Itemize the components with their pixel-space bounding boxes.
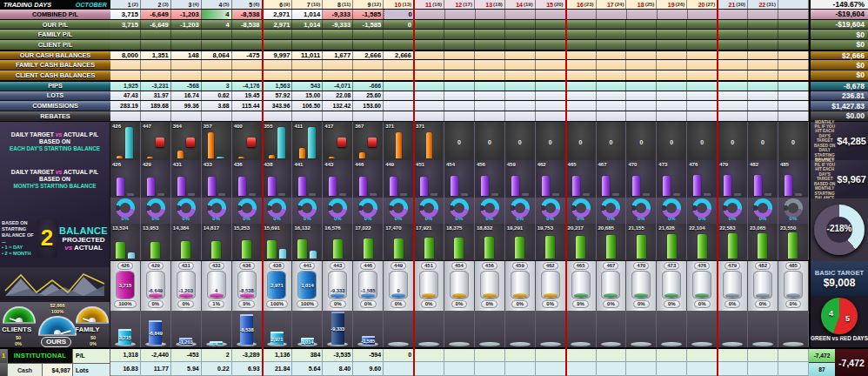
our_cash-cell[interactable]: 9,997 [263,51,293,60]
institutional-pl-cell[interactable] [597,349,627,362]
commissions-cell[interactable]: 153.60 [353,101,384,111]
pips-cell[interactable] [475,82,505,91]
family_cash-cell[interactable] [263,60,293,70]
our_cash-cell[interactable] [657,51,687,60]
lots-cell[interactable] [718,91,748,101]
lots-cell[interactable] [657,91,687,101]
client_cash-cell[interactable] [323,70,353,80]
rebates-cell[interactable] [778,111,809,121]
institutional-lots-cell[interactable] [748,362,778,376]
institutional-lots-cell[interactable] [536,362,566,376]
pips-cell[interactable] [748,82,778,91]
pips-cell[interactable]: -4,071 [323,82,353,91]
client-cell[interactable] [475,40,505,50]
our_cash-cell[interactable] [444,51,475,60]
client_cash-cell[interactable] [687,70,718,80]
combined-cell[interactable]: 0 [384,10,415,19]
our_cash-cell[interactable] [597,51,627,60]
family_cash-cell[interactable] [718,60,748,70]
rebates-cell[interactable] [232,111,263,121]
pips-cell[interactable]: -666 [353,82,384,91]
family_cash-cell[interactable] [232,60,263,70]
day-header-cell[interactable]: 6(9) [263,0,293,9]
client-cell[interactable] [536,40,566,50]
rebates-cell[interactable] [657,111,687,121]
client-cell[interactable] [444,40,475,50]
rebates-cell[interactable] [475,111,505,121]
family-cell[interactable] [292,30,323,39]
family_cash-cell[interactable] [566,60,597,70]
client_cash-cell[interactable] [292,70,323,80]
client_cash-cell[interactable] [536,70,566,80]
family-cell[interactable] [566,30,597,39]
day-header-cell[interactable]: 14(19) [505,0,536,9]
our_cash-cell[interactable]: 1,677 [323,51,353,60]
institutional-lots-cell[interactable] [718,362,748,376]
combined-cell[interactable] [415,10,445,19]
day-header-cell[interactable]: 4(5) [202,0,232,9]
client_cash-cell[interactable] [171,70,202,80]
rebates-cell[interactable] [687,111,718,121]
our-cell[interactable] [687,20,718,30]
lots-cell[interactable] [566,91,597,101]
family-cell[interactable] [657,30,687,39]
family_cash-cell[interactable] [536,60,566,70]
commissions-cell[interactable]: 115.44 [232,101,263,111]
family_cash-cell[interactable] [444,60,475,70]
our-cell[interactable]: -6,649 [141,20,171,30]
pips-cell[interactable] [597,82,627,91]
institutional-pl-cell[interactable] [778,349,809,362]
combined-cell[interactable]: -1,203 [171,10,202,19]
lots-cell[interactable]: 47.43 [110,91,141,101]
commissions-cell[interactable] [444,101,475,111]
our-cell[interactable]: -1,585 [353,20,384,30]
commissions-cell[interactable] [687,101,718,111]
family-cell[interactable] [626,30,657,39]
rebates-cell[interactable] [536,111,566,121]
combined-cell[interactable] [597,10,627,19]
institutional-pl-cell[interactable]: 0 [384,349,414,362]
our-cell[interactable]: 2,971 [263,20,293,30]
lots-cell[interactable]: 31.97 [141,91,171,101]
day-header-cell[interactable]: 15(20) [536,0,566,9]
combined-cell[interactable]: -9,333 [323,10,353,19]
commissions-cell[interactable] [536,101,566,111]
client_cash-cell[interactable] [566,70,597,80]
day-header-cell[interactable]: 12(17) [444,0,475,9]
client-cell[interactable] [384,40,414,50]
family-cell[interactable] [414,30,444,39]
family_cash-cell[interactable] [292,60,323,70]
our_cash-cell[interactable]: 148 [171,51,202,60]
pips-cell[interactable] [444,82,475,91]
day-header-cell[interactable]: 16(23) [566,0,597,9]
institutional-pl-cell[interactable] [566,349,597,362]
day-header-cell[interactable]: 20(27) [687,0,718,9]
combined-cell[interactable] [536,10,566,19]
our-cell[interactable]: -1,203 [171,20,202,30]
family-cell[interactable] [748,30,778,39]
our-cell[interactable]: 1,014 [292,20,323,30]
family-cell[interactable] [536,30,566,39]
balance-mode-value[interactable]: 2 [37,219,57,258]
rebates-cell[interactable] [353,111,384,121]
our-cell[interactable]: 0 [384,20,414,30]
client-cell[interactable] [718,40,748,50]
client_cash-cell[interactable] [748,70,778,80]
day-header-cell[interactable]: 19(26) [657,0,687,9]
family_cash-cell[interactable] [505,60,536,70]
client_cash-cell[interactable] [232,70,263,80]
commissions-cell[interactable] [475,101,505,111]
lots-cell[interactable] [505,91,536,101]
commissions-cell[interactable]: 99.36 [171,101,202,111]
family-cell[interactable] [171,30,202,39]
our-cell[interactable] [718,20,748,30]
combined-cell[interactable]: 3,715 [110,10,141,19]
institutional-lots-cell[interactable]: 21.84 [263,362,293,376]
commissions-cell[interactable]: 106.50 [292,101,323,111]
institutional-lots-cell[interactable] [597,362,627,376]
institutional-lots-cell[interactable] [778,362,809,376]
institutional-lots-cell[interactable]: 11.77 [141,362,171,376]
rebates-cell[interactable] [171,111,202,121]
family_cash-cell[interactable] [202,60,232,70]
combined-cell[interactable] [748,10,778,19]
